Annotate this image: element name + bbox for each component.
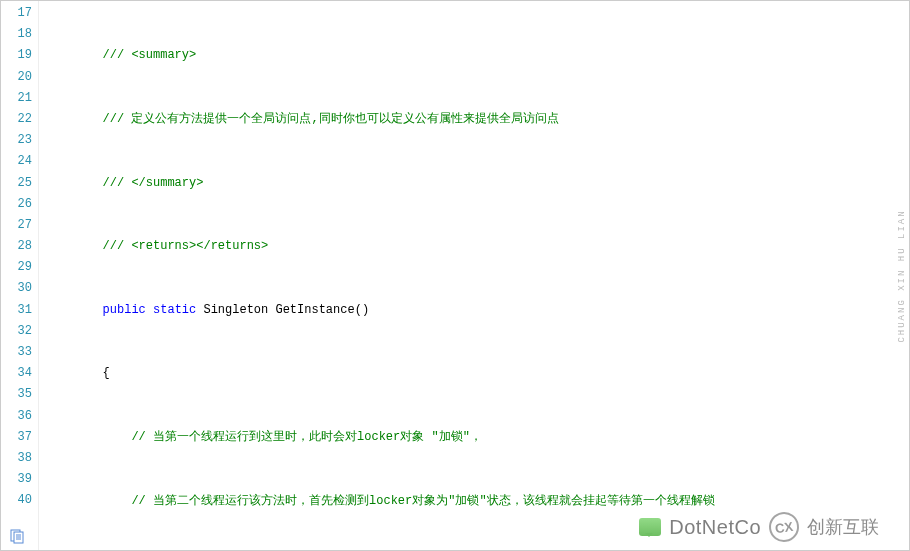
line-number: 21 [1, 88, 32, 109]
code-line: public static Singleton GetInstance() [45, 300, 909, 321]
line-number: 24 [1, 151, 32, 172]
code-line: /// </summary> [45, 173, 909, 194]
watermark: DotNetCo CX 创新互联 [639, 512, 879, 542]
line-number: 29 [1, 257, 32, 278]
line-number: 38 [1, 448, 32, 469]
line-number: 33 [1, 342, 32, 363]
line-number: 20 [1, 67, 32, 88]
watermark-text-2: 创新互联 [807, 515, 879, 539]
line-number: 37 [1, 427, 32, 448]
watermark-text-1: DotNetCo [669, 516, 761, 539]
side-watermark-text: CHUANG XIN HU LIAN [897, 209, 907, 342]
line-number: 40 [1, 490, 32, 511]
code-line: /// <summary> [45, 45, 909, 66]
code-line: // 当第一个线程运行到这里时，此时会对locker对象 "加锁"， [45, 427, 909, 448]
code-line: /// <returns></returns> [45, 236, 909, 257]
copy-icon[interactable] [9, 528, 25, 544]
wechat-icon [639, 518, 661, 536]
line-number: 22 [1, 109, 32, 130]
line-number: 26 [1, 194, 32, 215]
line-number: 34 [1, 363, 32, 384]
code-line: /// 定义公有方法提供一个全局访问点,同时你也可以定义公有属性来提供全局访问点 [45, 109, 909, 130]
line-number: 17 [1, 3, 32, 24]
line-number-gutter: 17 18 19 20 21 22 23 24 25 26 27 28 29 3… [1, 1, 39, 550]
code-line: // 当第二个线程运行该方法时，首先检测到locker对象为"加锁"状态，该线程… [45, 491, 909, 512]
code-content[interactable]: /// <summary> /// 定义公有方法提供一个全局访问点,同时你也可以… [39, 1, 909, 550]
line-number: 32 [1, 321, 32, 342]
line-number: 18 [1, 24, 32, 45]
line-number: 28 [1, 236, 32, 257]
line-number: 25 [1, 173, 32, 194]
code-line: { [45, 363, 909, 384]
line-number: 31 [1, 300, 32, 321]
line-number: 30 [1, 278, 32, 299]
line-number: 19 [1, 45, 32, 66]
line-number: 35 [1, 384, 32, 405]
line-number: 36 [1, 406, 32, 427]
watermark-logo-icon: CX [767, 510, 801, 544]
code-editor: 17 18 19 20 21 22 23 24 25 26 27 28 29 3… [1, 1, 909, 550]
line-number: 23 [1, 130, 32, 151]
line-number: 39 [1, 469, 32, 490]
line-number: 27 [1, 215, 32, 236]
